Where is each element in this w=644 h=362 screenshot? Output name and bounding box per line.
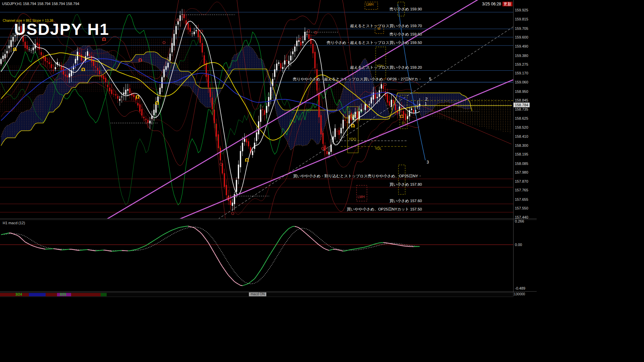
candle-body [45,57,46,61]
macd-line-segment [265,260,267,263]
macd-line-segment [222,266,224,269]
candle-body [405,114,406,120]
candle-body [6,51,8,53]
candle-body [361,109,362,112]
candle-body [371,97,372,103]
candle-body [47,61,48,62]
candle-body [121,97,122,97]
candle-body [4,54,6,58]
macd-line-segment [377,243,379,243]
macd-line-segment [216,256,218,260]
macd-line-segment [329,250,331,250]
macd-line-segment [160,235,162,237]
candle-body [77,52,78,60]
macd-label: H1 macd (12) [3,221,25,225]
candle-body [334,128,336,137]
macd-line-segment [249,282,251,284]
macd-line-segment [208,243,210,246]
current-price-badge: 158.784 [514,103,530,107]
macd-line-segment [257,273,259,276]
candle-body [123,93,124,95]
candle-body [175,26,177,35]
candle-body [244,139,245,142]
candle-body [159,88,161,95]
macd-line-segment [297,227,299,228]
macd-line-segment [162,234,164,235]
symbol-ohlc-line: USDJPY,H1 158.794 158.794 158.794 158.79… [2,2,79,6]
macd-line-segment [29,244,31,245]
candle-body [8,46,10,48]
candle-body [105,78,106,82]
candle-body [173,34,175,46]
chart-canvas[interactable]: LWHWYDHDYDCYDOLMHYDLΩΩΩΩΩΩΩΩΩ5213 [0,0,644,362]
candle-body [383,85,384,89]
indicator-texture [0,65,44,112]
macd-line-segment [186,226,188,227]
candle-body [202,43,203,53]
candle-body [137,103,139,106]
range-box-label: D [402,121,404,125]
macd-line-segment [118,251,120,251]
candle-body [236,180,237,192]
candle-body [310,38,312,44]
candle-body [256,132,257,141]
range-box-label: YDO [349,137,356,141]
candle-body [127,89,128,91]
candle-body [103,75,104,79]
candle-body [326,151,328,155]
candle-body [95,66,96,67]
candle-body [336,131,338,131]
candle-body [69,73,70,77]
candle-body [240,151,241,167]
macd-line-segment [110,251,112,251]
signal-circle-marker [315,32,317,34]
candle-body [139,105,141,112]
macd-line-segment [71,249,73,250]
macd-line-segment [325,249,327,250]
macd-line-segment [90,250,92,250]
candle-body [292,51,293,54]
candle-body [212,98,213,109]
candle-body [117,96,118,99]
macd-line-segment [59,250,61,250]
macd-on-button[interactable]: macd ON [249,292,266,296]
candle-body [270,87,271,100]
candle-body [284,60,285,64]
candle-body [200,36,201,43]
candle-body [125,90,126,95]
update-badge: 更新 [502,2,513,6]
macd-line-segment [43,249,45,249]
macd-line-segment [55,249,57,249]
candle-body [242,143,243,151]
candle-body [145,119,147,120]
macd-line-segment [230,278,232,280]
candle-body [59,64,60,64]
candle-body [318,93,320,117]
candle-body [344,120,346,121]
range-box [398,2,405,16]
macd-line-segment [65,249,67,250]
macd-line-segment [247,284,249,285]
macd-line-segment [353,249,355,249]
candle-body [210,88,211,97]
candle-body [39,44,40,50]
macd-line-segment [212,249,214,253]
date-label: 3/24 [15,293,22,296]
candle-body [312,44,314,53]
candle-body [169,54,171,61]
macd-line-segment [39,248,41,248]
macd-line-segment [391,244,393,244]
candle-body [196,30,197,31]
macd-line-segment [23,240,25,242]
macd-line-segment [295,226,297,227]
macd-line-segment [359,248,361,248]
candle-body [395,104,396,110]
session-segment [29,293,46,296]
macd-line-segment [180,227,182,227]
macd-line-segment [345,250,347,251]
macd-line-segment [263,263,265,267]
macd-line-segment [196,229,198,231]
macd-line-segment [130,250,132,251]
macd-line-segment [108,251,110,251]
macd-line-segment [279,237,281,241]
